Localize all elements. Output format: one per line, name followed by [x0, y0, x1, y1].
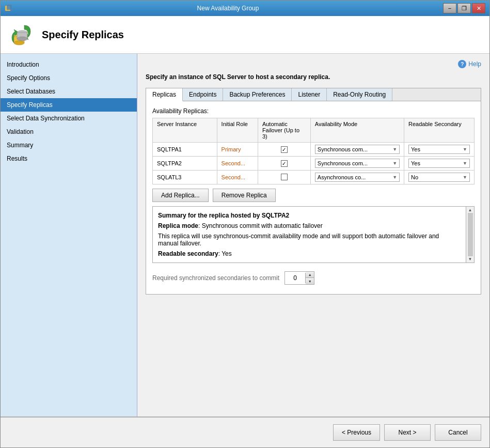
replicas-label: Availability Replicas:: [152, 107, 475, 115]
summary-mode-label: Replica mode: [158, 222, 198, 229]
mode-select-arrow-3: ▼: [392, 175, 397, 180]
readable-select-1[interactable]: Yes ▼: [408, 145, 470, 154]
spinner-up-button[interactable]: ▲: [306, 272, 314, 278]
summary-readable-label: Readable secondary: [158, 250, 218, 257]
tab-listener[interactable]: Listener: [292, 88, 327, 101]
cell-readable-2: Yes ▼: [404, 157, 475, 171]
summary-mode: Replica mode: Synchronous commit with au…: [158, 222, 460, 229]
tab-replicas-content: Availability Replicas: Server Instance I…: [146, 101, 481, 294]
cell-server-3: SQLATL3: [153, 171, 217, 184]
sidebar-item-summary[interactable]: Summary: [1, 138, 137, 152]
mode-select-arrow-1: ▼: [392, 147, 397, 152]
cell-failover-3[interactable]: [258, 171, 310, 184]
summary-body: Summary for the replica hosted by SQLTPA…: [158, 212, 469, 257]
summary-readable: Readable secondary: Yes: [158, 250, 460, 257]
cell-server-2: SQLTPA2: [153, 157, 217, 171]
table-row: SQLTPA1 Primary Synchronous com... ▼: [153, 143, 475, 157]
page-header: Specify Replicas: [1, 16, 489, 54]
sidebar-item-results[interactable]: Results: [1, 152, 137, 165]
summary-title: Summary for the replica hosted by SQLTPA…: [158, 212, 460, 219]
sidebar-item-introduction[interactable]: Introduction: [1, 58, 137, 71]
title-bar-buttons: − ❐ ✕: [443, 3, 485, 13]
sidebar-item-select-databases[interactable]: Select Databases: [1, 85, 137, 98]
summary-scrollbar[interactable]: ▲ ▼: [466, 207, 474, 262]
instruction-text: Specify an instance of SQL Server to hos…: [146, 73, 481, 81]
replica-buttons-row: Add Replica... Remove Replica: [152, 189, 475, 202]
svg-point-7: [17, 37, 27, 41]
col-header-readable: Readable Secondary: [404, 118, 475, 143]
main-window: New Availability Group − ❐ ✕: [0, 0, 490, 448]
checkbox-failover-1[interactable]: [281, 146, 288, 153]
previous-button[interactable]: < Previous: [333, 424, 380, 441]
help-icon: ?: [458, 60, 466, 68]
cell-failover-1[interactable]: [258, 143, 310, 157]
title-bar-icon: [5, 4, 13, 13]
sidebar-item-specify-options[interactable]: Specify Options: [1, 71, 137, 85]
mode-select-arrow-2: ▼: [392, 161, 397, 166]
cell-role-1: Primary: [217, 143, 258, 157]
scroll-track: [468, 213, 473, 256]
table-row: SQLTPA2 Second... Synchronous com... ▼: [153, 157, 475, 171]
readable-select-2[interactable]: Yes ▼: [408, 159, 470, 168]
sidebar-item-specify-replicas[interactable]: Specify Replicas: [1, 98, 137, 112]
tab-endpoints[interactable]: Endpoints: [183, 88, 223, 101]
tab-replicas[interactable]: Replicas: [146, 88, 183, 101]
summary-readable-value: : Yes: [218, 250, 232, 257]
checkbox-failover-2[interactable]: [281, 160, 288, 167]
sidebar-item-select-data-sync[interactable]: Select Data Synchronization: [1, 112, 137, 125]
sidebar-item-validation[interactable]: Validation: [1, 125, 137, 138]
readable-select-3[interactable]: No ▼: [408, 173, 470, 182]
readable-select-arrow-3: ▼: [463, 175, 467, 180]
footer: < Previous Next > Cancel: [1, 416, 489, 447]
tab-read-only-routing[interactable]: Read-Only Routing: [327, 88, 392, 101]
table-row: SQLATL3 Second... Asynchronous co... ▼: [153, 171, 475, 184]
remove-replica-button[interactable]: Remove Replica: [213, 189, 276, 202]
col-header-role: Initial Role: [217, 118, 258, 143]
sync-row: Required synchronized secondaries to com…: [152, 268, 475, 288]
col-header-mode: Availability Mode: [310, 118, 404, 143]
cancel-button[interactable]: Cancel: [435, 424, 481, 441]
sync-input[interactable]: [285, 273, 306, 283]
next-button[interactable]: Next >: [384, 424, 431, 441]
restore-button[interactable]: ❐: [457, 3, 471, 13]
content-area: ? Help Specify an instance of SQL Server…: [137, 54, 489, 416]
summary-mode-value: : Synchronous commit with automatic fail…: [198, 222, 323, 229]
cell-server-1: SQLTPA1: [153, 143, 217, 157]
mode-select-3[interactable]: Asynchronous co... ▼: [315, 173, 400, 182]
cell-failover-2[interactable]: [258, 157, 310, 171]
cell-role-3: Second...: [217, 171, 258, 184]
summary-mode-desc: This replica will use synchronous-commit…: [158, 233, 460, 247]
sync-spinner[interactable]: ▲ ▼: [284, 271, 314, 285]
header-icon: [9, 22, 34, 47]
scroll-down-icon[interactable]: ▼: [468, 257, 472, 261]
close-button[interactable]: ✕: [472, 3, 485, 13]
spinner-down-button[interactable]: ▼: [306, 278, 314, 284]
col-header-failover: Automatic Failover (Up to 3): [258, 118, 310, 143]
window-title: New Availability Group: [13, 5, 443, 12]
cell-readable-1: Yes ▼: [404, 143, 475, 157]
cell-readable-3: No ▼: [404, 171, 475, 184]
sync-label: Required synchronized secondaries to com…: [152, 274, 279, 282]
spinner-buttons: ▲ ▼: [306, 272, 314, 284]
title-bar: New Availability Group − ❐ ✕: [1, 1, 489, 16]
cell-mode-2: Synchronous com... ▼: [310, 157, 404, 171]
mode-select-1[interactable]: Synchronous com... ▼: [315, 145, 400, 154]
replicas-table: Server Instance Initial Role Automatic F…: [152, 118, 475, 184]
readable-select-arrow-2: ▼: [463, 161, 467, 166]
tabs-header: Replicas Endpoints Backup Preferences Li…: [146, 88, 481, 101]
summary-box: Summary for the replica hosted by SQLTPA…: [152, 206, 475, 263]
help-link[interactable]: Help: [468, 60, 481, 68]
cell-mode-1: Synchronous com... ▼: [310, 143, 404, 157]
svg-rect-1: [7, 5, 12, 10]
svg-point-4: [14, 41, 24, 45]
col-header-server: Server Instance: [153, 118, 217, 143]
tabs-container: Replicas Endpoints Backup Preferences Li…: [146, 88, 481, 295]
tab-backup-preferences[interactable]: Backup Preferences: [223, 88, 292, 101]
add-replica-button[interactable]: Add Replica...: [152, 189, 209, 202]
checkbox-failover-3[interactable]: [281, 174, 288, 180]
minimize-button[interactable]: −: [443, 3, 456, 13]
main-content: Introduction Specify Options Select Data…: [1, 54, 489, 416]
mode-select-2[interactable]: Synchronous com... ▼: [315, 159, 400, 168]
page-title: Specify Replicas: [42, 29, 124, 41]
scroll-up-icon[interactable]: ▲: [468, 208, 472, 212]
